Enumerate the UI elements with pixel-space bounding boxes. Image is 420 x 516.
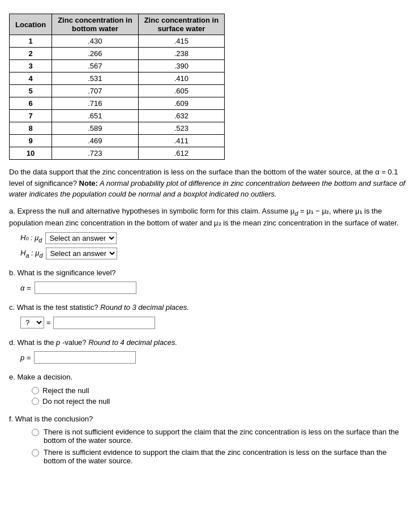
table-cell-location: 2 bbox=[10, 48, 52, 60]
col-header-location: Location bbox=[10, 14, 52, 35]
alpha-label: α = bbox=[20, 284, 31, 292]
conclusion-not-sufficient: There is not sufficient evidence to supp… bbox=[32, 428, 411, 445]
table-row: 10.723.612 bbox=[10, 147, 225, 160]
stat-type-select[interactable]: ? t z χ² F bbox=[20, 317, 44, 329]
data-table: Location Zinc concentration inbottom wat… bbox=[9, 14, 225, 160]
part-e-label: e. Make a decision. bbox=[9, 372, 411, 383]
part-c-note: Round to 3 decimal places. bbox=[100, 303, 189, 312]
conclusion-radio-group: There is not sufficient evidence to supp… bbox=[32, 428, 411, 465]
stat-equals: = bbox=[46, 318, 51, 327]
table-row: 4.531.410 bbox=[10, 73, 225, 85]
pvalue-row: p = bbox=[20, 351, 411, 364]
table-cell-surface: .415 bbox=[138, 35, 224, 48]
table-row: 7.651.632 bbox=[10, 110, 225, 122]
table-row: 8.589.523 bbox=[10, 122, 225, 135]
pvalue-input[interactable] bbox=[34, 351, 136, 364]
do-not-reject-radio[interactable] bbox=[32, 398, 39, 405]
col-header-bottom: Zinc concentration inbottom water bbox=[52, 14, 138, 35]
table-cell-location: 8 bbox=[10, 122, 52, 135]
part-b: b. What is the significance level? α = bbox=[9, 267, 411, 295]
part-b-label: b. What is the significance level? bbox=[9, 267, 411, 279]
test-statistic-input[interactable] bbox=[53, 317, 155, 329]
h0-select[interactable]: Select an answer = 0 ≠ 0 < 0 > 0 ≤ 0 ≥ 0 bbox=[45, 232, 117, 244]
ha-symbol: Ha : μd bbox=[20, 249, 42, 259]
conclusion-label-1: There is not sufficient evidence to supp… bbox=[44, 428, 411, 445]
decision-radio-group: Reject the null Do not reject the null bbox=[32, 386, 411, 406]
table-cell-bottom: .266 bbox=[52, 48, 138, 60]
do-not-reject-label: Do not reject the null bbox=[42, 397, 110, 406]
table-cell-bottom: .707 bbox=[52, 85, 138, 97]
table-cell-surface: .411 bbox=[138, 135, 224, 147]
reject-null-option: Reject the null bbox=[32, 386, 411, 395]
table-cell-bottom: .723 bbox=[52, 147, 138, 160]
table-cell-bottom: .430 bbox=[52, 35, 138, 48]
part-d-label: d. What is the p -value? Round to 4 deci… bbox=[9, 337, 411, 348]
table-row: 1.430.415 bbox=[10, 35, 225, 48]
table-cell-bottom: .651 bbox=[52, 110, 138, 122]
conclusion-radio-1[interactable] bbox=[32, 429, 39, 436]
question-block: Do the data support that the zinc concen… bbox=[9, 167, 411, 200]
part-f-label: f. What is the conclusion? bbox=[9, 413, 411, 425]
p-label: p = bbox=[20, 353, 31, 362]
table-row: 6.716.609 bbox=[10, 97, 225, 110]
conclusion-label-2: There is sufficient evidence to support … bbox=[44, 448, 411, 465]
ha-select[interactable]: Select an answer = 0 ≠ 0 < 0 > 0 ≤ 0 ≥ 0 bbox=[46, 248, 117, 259]
table-cell-surface: .632 bbox=[138, 110, 224, 122]
h0-row: H₀ : μd Select an answer = 0 ≠ 0 < 0 > 0… bbox=[20, 232, 411, 244]
table-cell-surface: .523 bbox=[138, 122, 224, 135]
table-cell-location: 3 bbox=[10, 60, 52, 73]
part-a: a. Express the null and alternative hypo… bbox=[9, 206, 411, 259]
table-cell-location: 4 bbox=[10, 73, 52, 85]
table-cell-bottom: .531 bbox=[52, 73, 138, 85]
table-cell-surface: .390 bbox=[138, 60, 224, 73]
conclusion-sufficient: There is sufficient evidence to support … bbox=[32, 448, 411, 465]
alpha-input[interactable] bbox=[35, 282, 136, 294]
part-c-label: c. What is the test statistic? Round to … bbox=[9, 302, 411, 313]
part-e: e. Make a decision. Reject the null Do n… bbox=[9, 372, 411, 406]
table-cell-surface: .612 bbox=[138, 147, 224, 160]
table-cell-surface: .609 bbox=[138, 97, 224, 110]
h0-symbol: H₀ : μd bbox=[20, 233, 42, 244]
do-not-reject-option: Do not reject the null bbox=[32, 397, 411, 406]
table-row: 3.567.390 bbox=[10, 60, 225, 73]
table-cell-surface: .238 bbox=[138, 48, 224, 60]
part-d-note: Round to 4 decimal places. bbox=[88, 338, 177, 347]
table-cell-surface: .410 bbox=[138, 73, 224, 85]
ha-row: Ha : μd Select an answer = 0 ≠ 0 < 0 > 0… bbox=[20, 248, 411, 259]
table-cell-location: 6 bbox=[10, 97, 52, 110]
part-c: c. What is the test statistic? Round to … bbox=[9, 302, 411, 329]
part-d: d. What is the p -value? Round to 4 deci… bbox=[9, 337, 411, 364]
table-cell-bottom: .589 bbox=[52, 122, 138, 135]
table-row: 2.266.238 bbox=[10, 48, 225, 60]
part-a-label: a. Express the null and alternative hypo… bbox=[9, 206, 411, 229]
table-cell-location: 9 bbox=[10, 135, 52, 147]
stat-row: ? t z χ² F = bbox=[20, 317, 411, 329]
table-cell-location: 1 bbox=[10, 35, 52, 48]
col-header-surface: Zinc concentration insurface water bbox=[138, 14, 224, 35]
part-f: f. What is the conclusion? There is not … bbox=[9, 413, 411, 466]
conclusion-radio-2[interactable] bbox=[32, 449, 39, 457]
table-row: 9.469.411 bbox=[10, 135, 225, 147]
question-note-label: Note: bbox=[79, 179, 98, 187]
alpha-row: α = bbox=[20, 282, 411, 294]
reject-null-radio[interactable] bbox=[32, 387, 39, 394]
table-cell-location: 5 bbox=[10, 85, 52, 97]
table-cell-location: 7 bbox=[10, 110, 52, 122]
reject-null-label: Reject the null bbox=[42, 386, 89, 395]
table-cell-bottom: .567 bbox=[52, 60, 138, 73]
table-cell-surface: .605 bbox=[138, 85, 224, 97]
table-cell-location: 10 bbox=[10, 147, 52, 160]
table-cell-bottom: .469 bbox=[52, 135, 138, 147]
table-cell-bottom: .716 bbox=[52, 97, 138, 110]
table-row: 5.707.605 bbox=[10, 85, 225, 97]
